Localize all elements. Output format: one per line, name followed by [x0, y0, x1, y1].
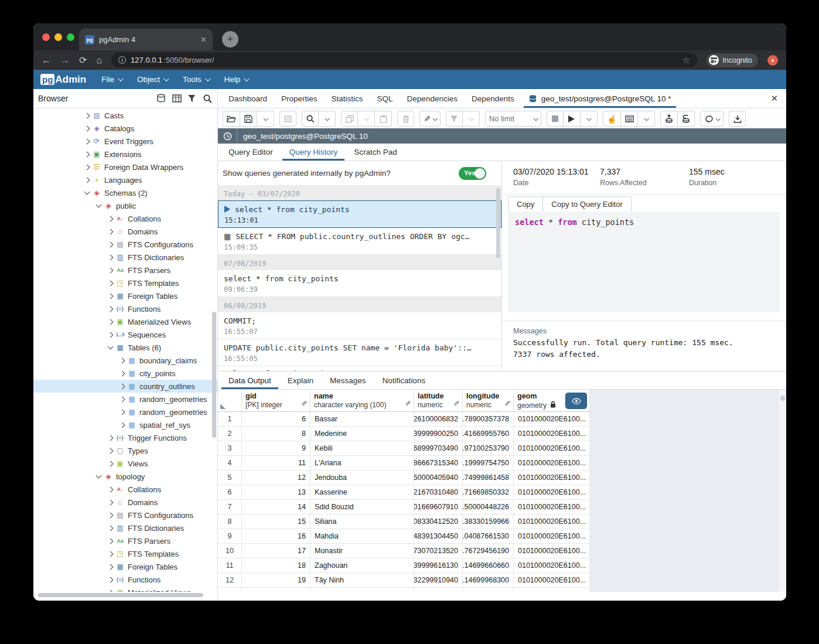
copy-to-query-editor-button[interactable]: Copy to Query Editor — [543, 196, 631, 212]
longitude-cell[interactable]: 9.50000448226 — [463, 500, 514, 514]
column-header-geom[interactable]: geom geometry — [514, 390, 590, 411]
explain-options-button[interactable] — [638, 111, 655, 127]
history-entry[interactable]: select * from city_points15:13:01 — [218, 200, 501, 228]
geom-cell[interactable]: 0101000020E6100... — [514, 485, 590, 499]
tree-item-types[interactable]: ▢Types — [33, 444, 217, 457]
longitude-cell[interactable]: 0.76729456190 — [463, 544, 514, 558]
explain-analyze-button[interactable] — [621, 111, 638, 127]
tab-explain[interactable]: Explain — [279, 373, 322, 389]
tree-item-languages[interactable]: ◗Languages — [33, 173, 217, 186]
geom-cell[interactable]: 0101000020E6100... — [514, 514, 590, 529]
tree-item-foreign-data-wrappers[interactable]: ☰Foreign Data Wrappers — [33, 161, 217, 173]
grid-icon[interactable] — [172, 94, 182, 103]
tab-statistics[interactable]: Statistics — [325, 89, 370, 108]
longitude-cell[interactable]: 8.74999861458 — [463, 471, 514, 485]
column-header-gid[interactable]: gid [PK] integer ✎ — [242, 390, 310, 411]
clear-button[interactable] — [700, 111, 724, 127]
gid-cell[interactable]: 12 — [242, 471, 310, 485]
tree-item-fts-parsers[interactable]: AaFTS Parsers — [33, 534, 217, 547]
tree-item-catalogs[interactable]: ◈Catalogs — [33, 122, 217, 135]
tree-item-country-outlines[interactable]: ▦country_outlines — [33, 380, 217, 393]
sidebar-vertical-scrollbar[interactable] — [212, 312, 216, 438]
column-header-name[interactable]: name character varying (100) ✎ — [310, 390, 414, 411]
expand-icon[interactable] — [108, 486, 114, 492]
row-number-cell[interactable]: 5 — [218, 471, 242, 485]
expand-icon[interactable] — [84, 151, 90, 157]
tab-close-icon[interactable]: ✕ — [200, 35, 207, 44]
expand-icon[interactable] — [120, 357, 125, 363]
tree-item-fts-configurations[interactable]: ▤FTS Configurations — [33, 238, 217, 251]
copy-button[interactable]: Copy — [508, 196, 543, 212]
expand-icon[interactable] — [84, 164, 90, 170]
tree-item-topology[interactable]: ◈topology — [33, 470, 217, 483]
gid-cell[interactable]: 19 — [242, 573, 310, 587]
execute-options-button[interactable] — [581, 111, 598, 127]
expand-icon[interactable] — [108, 461, 114, 466]
tree-item-foreign-tables[interactable]: ▦Foreign Tables — [33, 560, 217, 573]
tree-item-extensions[interactable]: ▣Extensions — [33, 148, 217, 161]
latitude-cell[interactable]: .08330412520 — [414, 514, 463, 529]
gid-cell[interactable]: 18 — [242, 558, 310, 573]
pencil-icon[interactable]: ✎ — [301, 400, 307, 408]
tree-item-domains[interactable]: ⌂Domains — [33, 225, 217, 238]
expand-icon[interactable] — [108, 448, 114, 454]
tree-item-sequences[interactable]: 1..3Sequences — [33, 328, 217, 341]
close-window-button[interactable] — [42, 33, 50, 41]
commit-button[interactable] — [660, 111, 678, 127]
tree-item-city-points[interactable]: ▦city_points — [33, 367, 217, 380]
geom-cell[interactable]: 0101000020E6100... — [514, 427, 590, 441]
tree-item-random-geometries[interactable]: ▦random_geometries — [33, 406, 217, 418]
expand-icon[interactable] — [120, 383, 125, 389]
longitude-cell[interactable]: 0.78900357378 — [463, 412, 514, 426]
find-options-button[interactable] — [319, 111, 336, 127]
show-internal-queries-toggle[interactable]: Yes — [459, 167, 486, 180]
tree-item-materialized-views[interactable]: ▣Materialized Views — [33, 315, 217, 328]
expand-icon[interactable] — [108, 267, 114, 273]
tree-item-collations[interactable]: A↓Collations — [33, 212, 217, 225]
expand-icon[interactable] — [120, 370, 125, 376]
expand-icon[interactable] — [108, 435, 114, 441]
tab-dependencies[interactable]: Dependencies — [400, 89, 465, 108]
name-cell[interactable]: Zaghouan — [310, 558, 414, 573]
longitude-cell[interactable]: 8.71669850332 — [463, 485, 514, 499]
geom-cell[interactable]: 0101000020E6100... — [514, 471, 590, 485]
geom-cell[interactable]: 0101000020E6100... — [514, 529, 590, 543]
tab-scratch-pad[interactable]: Scratch Pad — [346, 144, 405, 161]
history-vertical-scrollbar[interactable] — [496, 188, 500, 258]
tree-item-foreign-tables[interactable]: ▦Foreign Tables — [33, 289, 217, 302]
expand-icon[interactable] — [108, 538, 114, 544]
database-icon[interactable] — [156, 94, 166, 103]
tab-properties[interactable]: Properties — [274, 89, 325, 108]
tree-item-boundary-claims[interactable]: ▦boundary_claims — [33, 354, 217, 367]
expand-icon[interactable] — [120, 409, 125, 415]
row-number-cell[interactable]: 2 — [218, 427, 242, 441]
geom-cell[interactable]: 0101000020E6100... — [514, 558, 590, 573]
expand-icon[interactable] — [108, 332, 114, 338]
name-cell[interactable]: Monastir — [310, 544, 414, 558]
tree-item-event-triggers[interactable]: ⟳Event Triggers — [33, 135, 217, 148]
latitude-cell[interactable]: .86667315340 — [414, 456, 463, 470]
tab-sql[interactable]: SQL — [370, 89, 400, 108]
longitude-cell[interactable]: 1.04087661530 — [463, 529, 514, 543]
bookmark-star-icon[interactable]: ☆ — [682, 55, 690, 66]
expand-icon[interactable] — [108, 319, 114, 325]
address-bar[interactable]: i 127.0.0.1:5050/browser/ ☆ — [111, 53, 697, 67]
expand-icon[interactable] — [108, 241, 114, 247]
geom-cell[interactable]: 0101000020E6100... — [514, 544, 590, 558]
zoom-window-button[interactable] — [67, 33, 74, 41]
grid-corner-cell[interactable] — [218, 390, 242, 411]
tree-item-fts-dictionaries[interactable]: ▥FTS Dictionaries — [33, 251, 217, 264]
sidebar-horizontal-scrollbar[interactable] — [38, 593, 203, 597]
longitude-cell[interactable]: 9.38330159966 — [463, 514, 514, 529]
scrollbar-thumb[interactable] — [780, 396, 785, 401]
tree-item-casts[interactable]: ▨Casts — [33, 109, 217, 122]
row-number-cell[interactable]: 8 — [218, 514, 242, 529]
expand-icon[interactable] — [108, 254, 114, 260]
name-cell[interactable]: Kasserine — [310, 485, 414, 499]
tree-item-fts-templates[interactable]: ◳FTS Templates — [33, 547, 217, 560]
tree-item-materialized-views[interactable]: ▣Materialized Views — [33, 586, 217, 592]
history-entry[interactable]: select * from city_points09:06:39 — [218, 270, 501, 297]
expand-icon[interactable] — [108, 229, 114, 234]
explain-button[interactable]: ☝ — [603, 111, 621, 127]
gid-cell[interactable]: 16 — [242, 529, 310, 543]
